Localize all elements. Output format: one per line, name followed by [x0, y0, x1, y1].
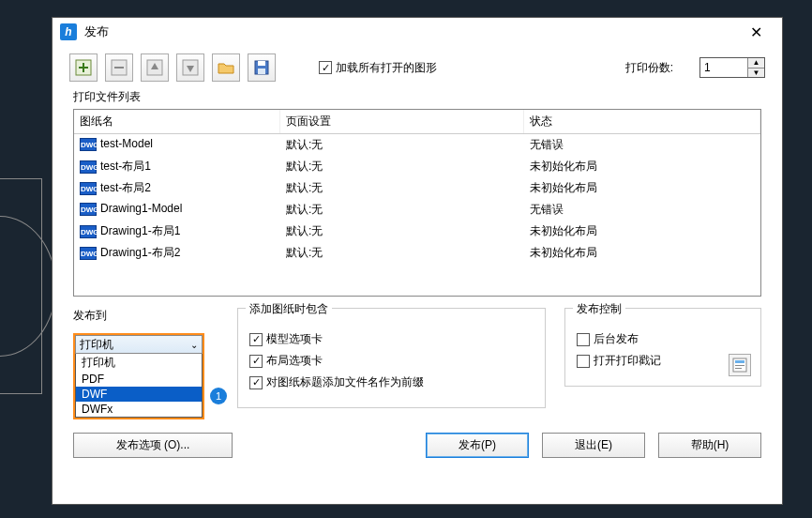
- move-up-button[interactable]: [141, 53, 169, 82]
- file-list-label: 打印文件列表: [53, 85, 782, 107]
- svg-rect-4: [114, 67, 124, 69]
- dwg-icon: DWG: [80, 203, 97, 216]
- publish-button[interactable]: 发布(P): [426, 433, 529, 458]
- copies-input[interactable]: [700, 58, 747, 77]
- svg-rect-14: [735, 365, 744, 366]
- chevron-down-icon: ⌄: [190, 340, 198, 350]
- file-list-header: 图纸名 页面设置 状态: [74, 110, 760, 134]
- save-list-button[interactable]: [248, 53, 276, 82]
- dialog-buttons: 发布选项 (O)... 发布(P) 退出(E) 帮助(H): [53, 427, 782, 469]
- table-row[interactable]: DWGtest-布局2默认:无未初始化布局: [74, 177, 760, 199]
- move-down-button[interactable]: [176, 53, 204, 82]
- prefix-checkbox[interactable]: [249, 376, 263, 389]
- publish-to-option[interactable]: DWF: [76, 387, 202, 402]
- help-button[interactable]: 帮助(H): [658, 433, 761, 458]
- publish-to-group: 发布到 打印机 ⌄ 打印机PDFDWFDWFx 1: [73, 308, 218, 419]
- prefix-checkbox-row[interactable]: 对图纸标题添加文件名作为前缀: [249, 374, 534, 390]
- model-tab-checkbox-row[interactable]: 模型选项卡: [249, 331, 534, 347]
- dwg-icon: DWG: [80, 247, 97, 260]
- svg-rect-2: [79, 67, 88, 69]
- table-row[interactable]: DWGDrawing1-Model默认:无无错误: [74, 199, 760, 221]
- publish-control-group: 发布控制 后台发布 打开打印戳记: [564, 308, 761, 387]
- publish-to-combo[interactable]: 打印机 ⌄ 打印机PDFDWFDWFx 1: [73, 333, 204, 419]
- background-checkbox[interactable]: [577, 333, 590, 346]
- stamp-checkbox[interactable]: [577, 355, 590, 368]
- publish-control-title: 发布控制: [573, 301, 625, 317]
- publish-to-option[interactable]: PDF: [76, 372, 202, 387]
- dwg-icon: DWG: [80, 182, 97, 195]
- layout-tab-checkbox-row[interactable]: 布局选项卡: [249, 353, 534, 369]
- close-button[interactable]: ✕: [737, 20, 774, 44]
- background-checkbox-row[interactable]: 后台发布: [577, 331, 749, 347]
- publish-to-option[interactable]: DWFx: [76, 402, 202, 417]
- publish-dialog: h 发布 ✕ 加载所有打开的图形 打印份数:: [52, 17, 783, 505]
- copies-down-button[interactable]: ▼: [748, 69, 764, 78]
- stamp-settings-button[interactable]: [729, 354, 751, 376]
- copies-spinner[interactable]: ▲ ▼: [699, 57, 765, 78]
- col-status[interactable]: 状态: [524, 110, 760, 133]
- table-row[interactable]: DWGDrawing1-布局2默认:无未初始化布局: [74, 242, 760, 264]
- publish-options-button[interactable]: 发布选项 (O)...: [73, 433, 233, 458]
- callout-badge: 1: [210, 388, 227, 404]
- toolbar: 加载所有打开的图形 打印份数: ▲ ▼: [53, 46, 782, 85]
- file-list[interactable]: 图纸名 页面设置 状态 DWGtest-Model默认:无无错误DWGtest-…: [73, 109, 761, 297]
- add-sheet-button[interactable]: [69, 53, 98, 82]
- publish-to-title: 发布到: [73, 308, 218, 324]
- load-all-checkbox-row[interactable]: 加载所有打开的图形: [319, 60, 437, 76]
- titlebar: h 发布 ✕: [53, 18, 782, 46]
- publish-to-selected[interactable]: 打印机 ⌄: [75, 335, 203, 354]
- add-sheets-group: 添加图纸时包含 模型选项卡 布局选项卡 对图纸标题添加文件名作为前缀: [237, 308, 546, 408]
- model-tab-checkbox[interactable]: [249, 333, 263, 346]
- dialog-title: 发布: [84, 23, 737, 40]
- stamp-checkbox-row[interactable]: 打开打印戳记: [577, 353, 749, 369]
- dwg-icon: DWG: [80, 138, 97, 151]
- exit-button[interactable]: 退出(E): [542, 433, 645, 458]
- table-row[interactable]: DWGtest-Model默认:无无错误: [74, 134, 760, 156]
- copies-label: 打印份数:: [625, 60, 673, 76]
- publish-to-option[interactable]: 打印机: [76, 354, 202, 372]
- app-icon: h: [60, 23, 77, 40]
- load-all-label: 加载所有打开的图形: [336, 60, 437, 76]
- dwg-icon: DWG: [80, 225, 97, 238]
- col-page[interactable]: 页面设置: [280, 110, 524, 133]
- remove-sheet-button[interactable]: [105, 53, 133, 82]
- svg-rect-10: [258, 61, 265, 66]
- load-all-checkbox[interactable]: [319, 61, 332, 74]
- copies-up-button[interactable]: ▲: [748, 58, 764, 69]
- table-row[interactable]: DWGDrawing1-布局1默认:无未初始化布局: [74, 221, 760, 242]
- table-row[interactable]: DWGtest-布局1默认:无未初始化布局: [74, 156, 760, 177]
- svg-rect-15: [735, 368, 742, 369]
- open-folder-button[interactable]: [212, 53, 240, 82]
- publish-to-dropdown[interactable]: 打印机PDFDWFDWFx: [75, 354, 203, 418]
- add-sheets-title: 添加图纸时包含: [246, 301, 332, 317]
- layout-tab-checkbox[interactable]: [249, 355, 263, 368]
- col-name[interactable]: 图纸名: [74, 110, 280, 133]
- svg-rect-13: [735, 360, 744, 363]
- dwg-icon: DWG: [80, 160, 97, 174]
- svg-rect-11: [258, 69, 265, 74]
